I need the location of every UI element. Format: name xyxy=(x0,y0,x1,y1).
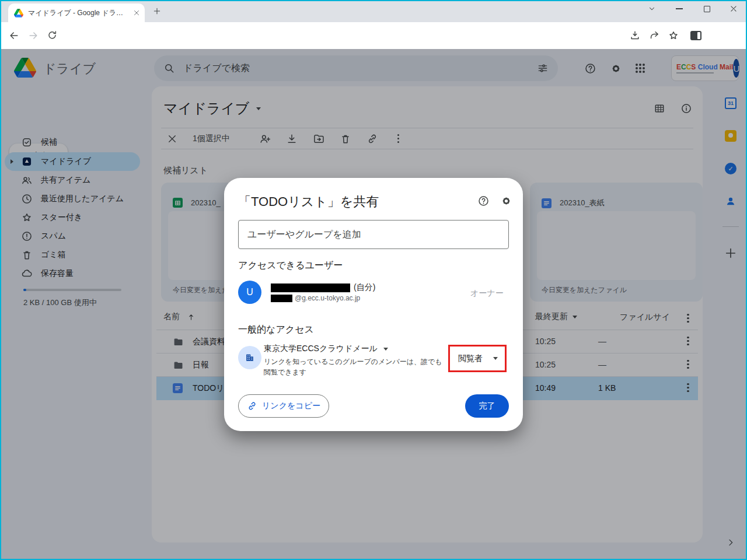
owner-email-redacted xyxy=(271,295,292,302)
dialog-title: 「TODOリスト」を共有 xyxy=(238,193,379,211)
new-tab-button[interactable] xyxy=(153,7,161,18)
gear-icon xyxy=(500,195,512,207)
tab-title: マイドライブ - Google ドライブ xyxy=(28,8,128,18)
tab-search-button[interactable] xyxy=(644,1,660,17)
forward-arrow-icon xyxy=(27,30,39,41)
building-icon xyxy=(244,352,256,363)
tab-close-icon[interactable] xyxy=(133,9,140,16)
star-icon xyxy=(668,30,679,41)
minimize-icon xyxy=(676,8,683,9)
tab-strip: マイドライブ - Google ドライブ xyxy=(0,0,747,22)
share-dialog: 「TODOリスト」を共有 アクセスできるユーザー U (自分) @g.ecc.u… xyxy=(224,178,523,431)
group-avatar xyxy=(238,346,261,369)
group-name: 東京大学ECCSクラウドメール xyxy=(264,344,378,354)
plus-icon xyxy=(153,7,161,15)
owner-name-redacted xyxy=(271,284,350,292)
share-icon xyxy=(648,30,660,41)
download-page-icon xyxy=(629,30,641,41)
people-with-access-header: アクセスできるユーザー xyxy=(238,260,343,272)
owner-email-domain: @g.ecc.u-tokyo.ac.jp xyxy=(295,294,360,302)
done-label: 完了 xyxy=(479,401,495,411)
side-panel-icon[interactable] xyxy=(690,31,701,40)
chevron-down-icon xyxy=(648,5,656,13)
group-access-dropdown[interactable]: 東京大学ECCSクラウドメール xyxy=(264,344,388,354)
general-access-header: 一般的なアクセス xyxy=(238,324,314,336)
link-icon xyxy=(247,401,257,411)
side-panel-icon-pane xyxy=(697,32,700,39)
dialog-settings-button[interactable] xyxy=(500,195,512,209)
done-button[interactable]: 完了 xyxy=(465,394,509,418)
owner-avatar: U xyxy=(238,281,261,304)
add-people-input[interactable] xyxy=(238,220,509,249)
browser-tab[interactable]: マイドライブ - Google ドライブ xyxy=(8,4,145,22)
reload-button[interactable] xyxy=(47,30,58,43)
install-button[interactable] xyxy=(629,30,641,44)
dialog-help-button[interactable] xyxy=(477,195,490,209)
reload-icon xyxy=(47,30,58,41)
maximize-button[interactable] xyxy=(699,1,715,17)
owner-role-label: オーナー xyxy=(470,288,504,299)
browser-window: マイドライブ - Google ドライブ drive.google.com/dr… xyxy=(0,0,747,560)
group-access-description: リンクを知っているこのグループのメンバーは、誰でも閲覧できます xyxy=(264,356,448,377)
back-button[interactable] xyxy=(8,30,20,44)
help-icon xyxy=(477,195,490,207)
minimize-button[interactable] xyxy=(671,1,687,17)
maximize-icon xyxy=(704,6,710,12)
copy-link-button[interactable]: リンクをコピー xyxy=(238,394,329,418)
role-dropdown-button[interactable] xyxy=(448,345,507,372)
forward-button[interactable] xyxy=(27,30,39,44)
copy-link-label: リンクをコピー xyxy=(262,401,320,411)
close-window-button[interactable] xyxy=(725,1,742,17)
address-bar: drive.google.com/drive/my-drive U xyxy=(0,22,747,49)
drive-favicon-icon xyxy=(14,9,23,18)
owner-self-label: (自分) xyxy=(354,282,375,293)
owner-avatar-initial: U xyxy=(246,287,253,298)
back-arrow-icon xyxy=(8,30,20,41)
close-icon xyxy=(729,5,738,13)
bookmark-button[interactable] xyxy=(668,30,679,44)
share-button[interactable] xyxy=(648,30,660,44)
caret-down-icon xyxy=(383,348,388,351)
